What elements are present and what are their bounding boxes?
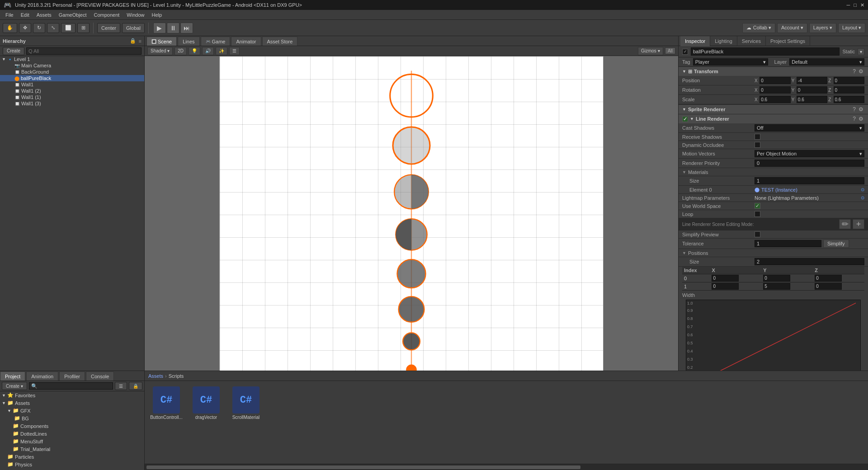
materials-size-input[interactable] bbox=[755, 177, 864, 184]
folder-dottedlines[interactable]: 📁 DottedLines bbox=[0, 430, 144, 437]
hierarchy-item-wall1-2[interactable]: 🔲 Wall1 (2) bbox=[0, 88, 144, 94]
lightmap-params-btn[interactable]: ⊙ bbox=[861, 195, 864, 200]
project-view-btn[interactable]: ☰ bbox=[115, 382, 127, 390]
menu-assets[interactable]: Assets bbox=[33, 11, 55, 19]
shaded-dropdown[interactable]: Shaded ▾ bbox=[147, 47, 173, 55]
hierarchy-item-wall1[interactable]: 🔲 Wall1 bbox=[0, 81, 144, 88]
transform-help-btn[interactable]: ? bbox=[852, 68, 857, 75]
pos-x-input[interactable] bbox=[760, 77, 791, 84]
sprite-help-btn[interactable]: ? bbox=[852, 106, 857, 113]
lights-btn[interactable]: 💡 bbox=[189, 47, 200, 55]
folder-assets[interactable]: ▼ 📁 Assets bbox=[0, 399, 144, 407]
pos-1-y[interactable] bbox=[763, 283, 790, 290]
hand-tool-btn[interactable]: ✋ bbox=[3, 23, 17, 33]
scale-x-input[interactable] bbox=[760, 96, 791, 103]
account-btn[interactable]: Account ▾ bbox=[777, 23, 807, 33]
project-lock-btn[interactable]: 🔒 bbox=[129, 382, 142, 390]
line-help-btn[interactable]: ? bbox=[852, 116, 857, 122]
layout-btn[interactable]: Layout ▾ bbox=[838, 23, 865, 33]
positions-size-input[interactable] bbox=[755, 258, 864, 265]
project-search-input[interactable] bbox=[29, 382, 113, 390]
rot-z-input[interactable] bbox=[834, 86, 865, 94]
menu-window[interactable]: Window bbox=[123, 11, 148, 19]
pos-1-z[interactable] bbox=[815, 283, 842, 290]
cast-shadows-dropdown[interactable]: Off ▾ bbox=[755, 124, 864, 132]
use-world-space-checkbox[interactable]: ✓ bbox=[755, 203, 760, 209]
menu-component[interactable]: Component bbox=[90, 11, 123, 19]
pause-btn[interactable]: ⏸ bbox=[167, 23, 179, 33]
pos-y-input[interactable] bbox=[797, 77, 828, 84]
asset-item-scrollmaterial[interactable]: C# ScrollMaterial bbox=[228, 385, 264, 422]
folder-components[interactable]: 📁 Components bbox=[0, 422, 144, 430]
renderer-priority-input[interactable] bbox=[755, 160, 864, 167]
project-create-btn[interactable]: Create ▾ bbox=[2, 382, 27, 390]
collab-btn[interactable]: ☁ Collab ▾ bbox=[742, 23, 775, 33]
line-renderer-checkbox[interactable]: ✓ bbox=[682, 116, 688, 122]
obj-active-checkbox[interactable]: ✓ bbox=[682, 49, 688, 55]
layer-dropdown[interactable]: Default ▾ bbox=[789, 58, 864, 66]
menu-file[interactable]: File bbox=[2, 11, 17, 19]
play-btn[interactable]: ▶ bbox=[153, 23, 166, 33]
sprite-settings-btn[interactable]: ⚙ bbox=[858, 106, 864, 113]
asset-item-dragvector[interactable]: C# dragVector bbox=[188, 385, 224, 422]
folder-scenes[interactable]: 📁 Scenes bbox=[0, 468, 144, 470]
rot-y-input[interactable] bbox=[797, 86, 828, 94]
positions-toggle[interactable]: ▼ bbox=[682, 251, 686, 255]
motion-vectors-dropdown[interactable]: Per Object Motion ▾ bbox=[755, 150, 864, 157]
tab-asset-store[interactable]: Asset Store bbox=[262, 37, 298, 46]
obj-name-field[interactable] bbox=[691, 47, 840, 56]
dynamic-occludee-checkbox[interactable] bbox=[755, 142, 760, 148]
2d-btn[interactable]: 2D bbox=[175, 47, 187, 55]
element0-circle-btn[interactable]: ⊙ bbox=[861, 187, 864, 192]
hierarchy-item-wall1-1[interactable]: 🔲 Wall1 (1) bbox=[0, 94, 144, 100]
scale-y-input[interactable] bbox=[797, 96, 828, 103]
layers-btn[interactable]: Layers ▾ bbox=[809, 23, 836, 33]
maximize-btn[interactable]: □ bbox=[854, 2, 857, 8]
inspector-tab-project-settings[interactable]: Project Settings bbox=[766, 36, 810, 46]
tag-dropdown[interactable]: Player ▾ bbox=[693, 58, 768, 66]
tab-lines[interactable]: Lines bbox=[178, 37, 199, 46]
close-btn[interactable]: ✕ bbox=[860, 2, 864, 8]
add-point-btn[interactable]: + bbox=[853, 219, 864, 229]
sprite-renderer-title[interactable]: ▼ Sprite Renderer ? ⚙ bbox=[679, 105, 868, 114]
materials-section-toggle[interactable]: ▼ bbox=[682, 170, 686, 174]
effects-btn[interactable]: ✨ bbox=[216, 47, 227, 55]
inspector-tab-lighting[interactable]: Lighting bbox=[710, 36, 737, 46]
global-btn[interactable]: Global bbox=[122, 23, 145, 33]
folder-bg[interactable]: 📁 BG bbox=[0, 414, 144, 422]
simplify-preview-checkbox[interactable] bbox=[755, 231, 760, 237]
static-dropdown[interactable]: ▾ bbox=[858, 48, 864, 55]
asset-item-buttoncontroll[interactable]: C# ButtonControll... bbox=[148, 385, 184, 422]
scrollbar-thumb[interactable] bbox=[146, 465, 580, 469]
pos-0-y[interactable] bbox=[763, 275, 790, 282]
scene-view-effects-btn[interactable]: ☰ bbox=[229, 47, 240, 55]
tab-scene[interactable]: 🔳 Scene bbox=[146, 37, 177, 46]
receive-shadows-checkbox[interactable] bbox=[755, 134, 760, 140]
scale-tool-btn[interactable]: ⤡ bbox=[47, 23, 59, 33]
transform-tool-btn[interactable]: ⊞ bbox=[77, 23, 90, 33]
hierarchy-item-maincamera[interactable]: 📷 Main Camera bbox=[0, 62, 144, 69]
menu-edit[interactable]: Edit bbox=[17, 11, 33, 19]
pos-0-z[interactable] bbox=[815, 275, 842, 282]
tab-console[interactable]: Console bbox=[86, 371, 114, 381]
hierarchy-create-btn[interactable]: Create bbox=[3, 47, 24, 55]
transform-settings-btn[interactable]: ⚙ bbox=[858, 68, 864, 75]
tab-animator[interactable]: Animator bbox=[231, 37, 261, 46]
step-btn[interactable]: ⏭ bbox=[180, 23, 193, 33]
folder-favorites[interactable]: ▼ ⭐ Favorites bbox=[0, 391, 144, 399]
tolerance-input[interactable] bbox=[755, 240, 821, 247]
minimize-btn[interactable]: ─ bbox=[847, 2, 850, 8]
hierarchy-item-background[interactable]: 🔲 BackGround bbox=[0, 69, 144, 75]
gizmos-dropdown[interactable]: Gizmos ▾ bbox=[638, 47, 663, 55]
pos-0-x[interactable] bbox=[712, 275, 739, 282]
rect-tool-btn[interactable]: ⬜ bbox=[61, 23, 75, 33]
rotate-tool-btn[interactable]: ↻ bbox=[33, 23, 45, 33]
tab-project[interactable]: Project bbox=[0, 371, 25, 381]
all-tag[interactable]: All bbox=[665, 47, 675, 54]
move-tool-btn[interactable]: ✥ bbox=[19, 23, 31, 33]
menu-help[interactable]: Help bbox=[148, 11, 165, 19]
rot-x-input[interactable] bbox=[760, 86, 791, 94]
folder-particles[interactable]: 📁 Particles bbox=[0, 453, 144, 461]
pos-1-x[interactable] bbox=[712, 283, 739, 290]
center-btn[interactable]: Center bbox=[97, 23, 120, 33]
